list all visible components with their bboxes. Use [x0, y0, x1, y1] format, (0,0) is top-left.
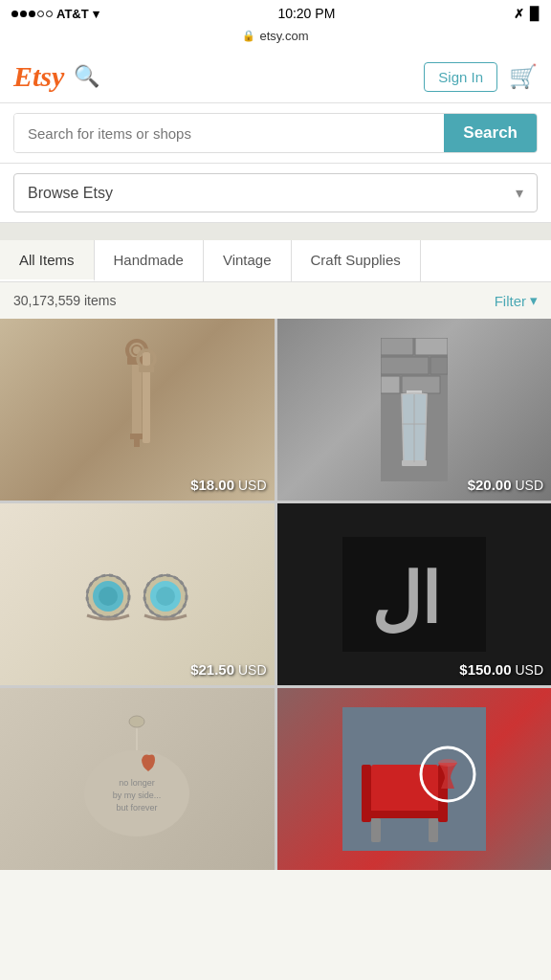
svg-text:no longer: no longer — [119, 778, 155, 788]
url-bar[interactable]: 🔒 etsy.com — [0, 25, 551, 51]
product-card[interactable]: $20.00 USD — [277, 319, 552, 501]
search-section: Search — [0, 103, 551, 164]
svg-text:but forever: but forever — [117, 803, 158, 813]
svg-point-44 — [438, 759, 457, 767]
sign-in-button[interactable]: Sign In — [424, 62, 497, 92]
header-left: Etsy 🔍 — [13, 60, 99, 93]
filter-chevron-icon: ▾ — [530, 292, 538, 309]
svg-rect-37 — [371, 765, 438, 813]
filter-button[interactable]: Filter ▾ — [495, 292, 538, 309]
wifi-icon: ▾ — [93, 7, 99, 21]
product-price: $21.50 USD — [190, 661, 266, 678]
product-grid: $18.00 USD $20.00 USD — [0, 319, 551, 870]
signal-dot-3 — [29, 11, 35, 17]
browse-label: Browse Etsy — [28, 185, 113, 202]
tab-handmade[interactable]: Handmade — [95, 240, 204, 281]
signal-dot-1 — [11, 11, 18, 17]
product-image: no longer by my side... but forever — [0, 688, 275, 870]
tab-vintage[interactable]: Vintage — [204, 240, 292, 281]
svg-text:ال: ال — [371, 562, 440, 638]
carrier-info: AT&T ▾ — [11, 7, 99, 21]
header-right: Sign In 🛒 — [424, 62, 538, 92]
tabs-section: All Items Handmade Vintage Craft Supplie… — [0, 240, 551, 282]
section-separator — [0, 223, 551, 240]
svg-rect-5 — [134, 439, 140, 447]
time-display: 10:20 PM — [277, 6, 335, 21]
svg-rect-10 — [381, 338, 413, 355]
product-price: $18.00 USD — [190, 477, 266, 493]
svg-rect-40 — [429, 818, 438, 842]
product-image — [0, 319, 275, 501]
svg-point-22 — [99, 587, 118, 606]
browse-dropdown[interactable]: Browse Etsy ▾ — [13, 173, 538, 212]
filter-label: Filter — [495, 293, 526, 309]
product-image — [277, 688, 552, 870]
product-image: ال — [277, 503, 552, 685]
svg-point-32 — [129, 716, 144, 727]
signal-dot-2 — [20, 11, 27, 17]
chevron-down-icon: ▾ — [516, 184, 523, 202]
url-text: etsy.com — [259, 29, 308, 43]
cart-icon[interactable]: 🛒 — [509, 63, 538, 90]
browse-section: Browse Etsy ▾ — [0, 164, 551, 223]
svg-rect-13 — [430, 357, 448, 374]
signal-dot-4 — [37, 11, 44, 17]
svg-text:by my side...: by my side... — [113, 791, 162, 800]
system-icons: ✗ ▉ — [514, 7, 540, 21]
category-tabs: All Items Handmade Vintage Craft Supplie… — [0, 240, 551, 281]
product-card[interactable]: ال $150.00 USD — [277, 503, 552, 685]
svg-rect-41 — [362, 765, 371, 822]
product-price: $150.00 USD — [459, 661, 543, 678]
search-bar: Search — [13, 113, 538, 153]
carrier-label: AT&T — [56, 7, 89, 21]
tab-craft-supplies[interactable]: Craft Supplies — [292, 240, 421, 281]
items-count: 30,173,559 items — [13, 293, 116, 308]
lock-icon: 🔒 — [242, 30, 255, 42]
svg-rect-11 — [415, 338, 448, 355]
svg-rect-12 — [381, 357, 429, 374]
app-header: Etsy 🔍 Sign In 🛒 — [0, 51, 551, 103]
product-price: $20.00 USD — [468, 477, 543, 493]
product-image — [277, 319, 552, 501]
items-header: 30,173,559 items Filter ▾ — [0, 282, 551, 319]
product-image — [0, 503, 275, 685]
status-bar: AT&T ▾ 10:20 PM ✗ ▉ — [0, 0, 551, 25]
product-card[interactable] — [277, 688, 552, 870]
product-card[interactable]: $18.00 USD — [0, 319, 275, 501]
tab-all-items[interactable]: All Items — [0, 240, 95, 281]
svg-rect-4 — [130, 434, 143, 439]
signal-dot-5 — [46, 11, 53, 17]
search-button[interactable]: Search — [444, 114, 537, 152]
etsy-logo[interactable]: Etsy — [13, 60, 64, 93]
svg-rect-14 — [381, 376, 400, 393]
search-input[interactable] — [14, 114, 444, 152]
svg-point-26 — [156, 587, 175, 606]
svg-rect-38 — [366, 811, 443, 818]
bluetooth-icon: ✗ — [514, 7, 524, 21]
product-card[interactable]: $21.50 USD — [0, 503, 275, 685]
battery-icon: ▉ — [530, 7, 540, 21]
product-card[interactable]: no longer by my side... but forever — [0, 688, 275, 870]
search-icon[interactable]: 🔍 — [74, 64, 99, 89]
svg-rect-39 — [371, 818, 381, 842]
signal-indicator — [11, 11, 53, 17]
